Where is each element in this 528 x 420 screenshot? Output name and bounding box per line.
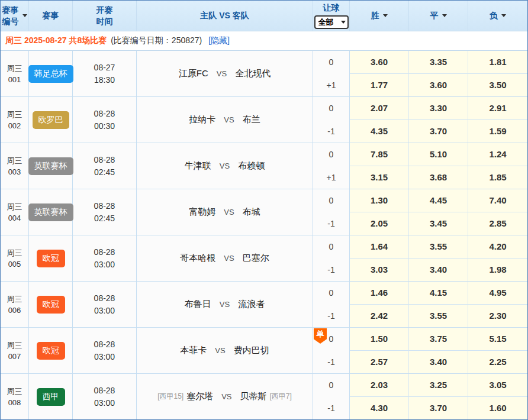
- odds-cell-lose[interactable]: 5.15: [468, 328, 527, 351]
- odds-cell-lose[interactable]: 3.05: [468, 374, 527, 397]
- league-badge: 西甲: [37, 388, 65, 406]
- odds-cell-lose[interactable]: 4.20: [468, 235, 527, 259]
- handicap-cell: 0-1: [313, 235, 350, 281]
- league-badge: 英联赛杯: [28, 203, 73, 221]
- odds-cell-lose[interactable]: 7.40: [468, 189, 527, 212]
- league-badge: 欧冠: [37, 342, 65, 360]
- odds-cell-draw[interactable]: 3.68: [409, 166, 468, 189]
- odds-grid: 3.603.351.811.773.603.50: [350, 51, 527, 96]
- odds-cell-draw[interactable]: 4.15: [409, 282, 468, 305]
- odds-cell-draw[interactable]: 3.40: [409, 351, 468, 374]
- match-time: 03:00: [94, 397, 115, 409]
- header-win[interactable]: 胜: [350, 1, 409, 31]
- handicap-cell: 0+1: [313, 143, 350, 189]
- header-teams-label: 主队 VS 客队: [200, 11, 249, 21]
- odds-cell-draw[interactable]: 3.55: [409, 235, 468, 259]
- match-no: 001: [8, 74, 21, 85]
- odds-cell-win[interactable]: 3.03: [350, 259, 409, 282]
- header-match-no[interactable]: 赛事 编号: [1, 1, 29, 31]
- handicap-value: -1: [327, 305, 334, 328]
- match-no: 003: [8, 166, 21, 177]
- sort-arrow-icon: [383, 14, 388, 17]
- odds-cell-lose[interactable]: 2.85: [468, 212, 527, 235]
- header-draw[interactable]: 平: [409, 1, 468, 31]
- odds-cell-win[interactable]: 4.30: [350, 397, 409, 420]
- match-number-cell: 周三 006: [1, 282, 29, 327]
- match-date: 08-28: [94, 154, 115, 166]
- match-number-cell: 周三 004: [1, 189, 29, 235]
- match-day: 周三: [7, 109, 22, 120]
- match-time: 03:00: [94, 351, 115, 363]
- odds-cell-win[interactable]: 2.03: [350, 374, 409, 397]
- odds-cell-lose[interactable]: 1.81: [468, 51, 527, 74]
- odds-cell-lose[interactable]: 1.98: [468, 259, 527, 282]
- header-win-label: 胜: [371, 11, 379, 21]
- odds-cell-win[interactable]: 2.57: [350, 351, 409, 374]
- handicap-value: -1: [327, 397, 334, 420]
- time-cell: 08-28 02:45: [73, 189, 137, 235]
- header-lose[interactable]: 负: [468, 1, 527, 31]
- time-cell: 08-28 02:45: [73, 143, 137, 189]
- hide-link[interactable]: [隐藏]: [208, 35, 230, 46]
- odds-cell-win[interactable]: 3.15: [350, 166, 409, 189]
- odds-cell-draw[interactable]: 3.30: [409, 97, 468, 120]
- home-team: 牛津联: [185, 160, 211, 172]
- odds-cell-draw[interactable]: 3.55: [409, 305, 468, 328]
- vs-label: VS: [215, 346, 225, 355]
- odds-cell-win[interactable]: 2.05: [350, 212, 409, 235]
- odds-cell-draw[interactable]: 3.70: [409, 397, 468, 420]
- odds-cell-lose[interactable]: 1.60: [468, 397, 527, 420]
- odds-cell-draw[interactable]: 3.75: [409, 328, 468, 351]
- odds-grid: 2.073.302.914.353.701.59: [350, 97, 527, 143]
- handicap-cell: 0-1: [313, 374, 350, 419]
- odds-cell-win[interactable]: 1.50: [350, 328, 409, 351]
- handicap-filter-select[interactable]: 全部: [314, 15, 349, 29]
- odds-cell-lose[interactable]: 1.85: [468, 166, 527, 189]
- league-cell: 西甲: [29, 374, 73, 419]
- teams-cell: 拉纳卡 VS 布兰: [137, 97, 313, 143]
- odds-cell-lose[interactable]: 2.25: [468, 351, 527, 374]
- odds-cell-draw[interactable]: 3.35: [409, 51, 468, 74]
- odds-cell-win[interactable]: 7.85: [350, 143, 409, 166]
- odds-cell-draw[interactable]: 3.45: [409, 212, 468, 235]
- odds-cell-draw[interactable]: 4.45: [409, 189, 468, 212]
- odds-cell-draw[interactable]: 3.25: [409, 374, 468, 397]
- match-row: 周三 008 西甲 08-28 03:00 [西甲15] 塞尔塔 VS 贝蒂斯 …: [1, 374, 527, 419]
- teams-cell: 牛津联 VS 布赖顿: [137, 143, 313, 189]
- odds-cell-draw[interactable]: 3.40: [409, 259, 468, 282]
- table-header: 赛事 编号 赛事 开赛 时间 主队 VS 客队 让球 全部 胜 平 负: [1, 1, 527, 31]
- home-team: 哥本哈根: [180, 253, 215, 264]
- odds-cell-lose[interactable]: 2.30: [468, 305, 527, 328]
- match-time: 18:30: [94, 74, 115, 86]
- teams-cell: 布鲁日 VS 流浪者: [137, 282, 313, 327]
- handicap-value: -1: [327, 259, 334, 282]
- odds-cell-lose[interactable]: 1.59: [468, 120, 527, 143]
- odds-cell-draw[interactable]: 3.60: [409, 74, 468, 97]
- odds-cell-win[interactable]: 2.42: [350, 305, 409, 328]
- odds-cell-win[interactable]: 4.35: [350, 120, 409, 143]
- odds-cell-draw[interactable]: 5.10: [409, 143, 468, 166]
- match-number-cell: 周三 005: [1, 235, 29, 281]
- odds-cell-lose[interactable]: 2.91: [468, 97, 527, 120]
- match-date: 08-28: [94, 338, 115, 351]
- odds-cell-win[interactable]: 1.77: [350, 74, 409, 97]
- teams-cell: [西甲15] 塞尔塔 VS 贝蒂斯 [西甲7]: [137, 374, 313, 419]
- odds-cell-lose[interactable]: 3.50: [468, 74, 527, 97]
- odds-cell-win[interactable]: 3.60: [350, 51, 409, 74]
- match-date: 08-27: [94, 62, 115, 74]
- sort-arrow-icon: [442, 14, 447, 17]
- odds-cell-win[interactable]: 2.07: [350, 97, 409, 120]
- odds-cell-win[interactable]: 1.30: [350, 189, 409, 212]
- odds-cell-lose[interactable]: 1.24: [468, 143, 527, 166]
- odds-cell-draw[interactable]: 3.70: [409, 120, 468, 143]
- away-team: 巴塞尔: [243, 253, 269, 264]
- time-cell: 08-28 03:00: [73, 374, 137, 419]
- match-no: 006: [8, 305, 21, 316]
- odds-cell-win[interactable]: 1.64: [350, 235, 409, 259]
- match-time: 03:00: [94, 259, 115, 271]
- match-day: 周三: [7, 247, 22, 259]
- odds-cell-win[interactable]: 1.46: [350, 282, 409, 305]
- handicap-cell: 0+1: [313, 51, 350, 96]
- odds-cell-lose[interactable]: 4.95: [468, 282, 527, 305]
- teams-cell: 江原FC VS 全北现代: [137, 51, 313, 96]
